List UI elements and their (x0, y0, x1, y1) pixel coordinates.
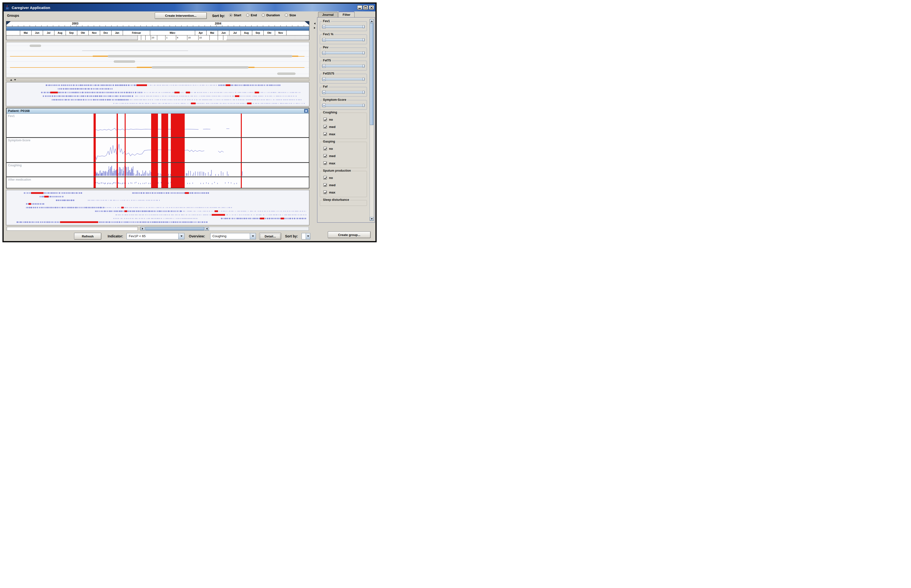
range-slider[interactable] (322, 39, 365, 41)
side-panel: JournalFilter Fev1Fev1 %PevFef75Fef2575F… (317, 11, 375, 241)
checkbox-med[interactable] (323, 154, 327, 158)
scroll-left-button[interactable] (204, 227, 209, 230)
collapse-left-icon[interactable] (314, 23, 315, 24)
checkbox-row[interactable]: med (323, 123, 365, 130)
horizontal-scrollbar[interactable] (6, 226, 310, 231)
splitter-handle[interactable] (314, 21, 317, 30)
timeline-right-handle[interactable] (305, 21, 309, 25)
indicator-combobox[interactable]: Fev1P < 65 (126, 233, 185, 239)
slider-thumb[interactable] (323, 25, 326, 28)
checkbox-row[interactable]: med (323, 181, 365, 189)
checkbox-no[interactable] (323, 147, 327, 150)
checkbox-row[interactable]: max (323, 130, 365, 138)
slider-end-thumb[interactable] (363, 52, 365, 54)
range-slider[interactable] (322, 52, 365, 54)
slider-end-thumb[interactable] (363, 91, 365, 94)
checkbox-med[interactable] (323, 125, 327, 128)
data-mark (244, 214, 244, 215)
slider-thumb[interactable] (323, 51, 326, 55)
range-slider[interactable] (322, 104, 365, 107)
data-mark (98, 84, 100, 86)
slider-end-thumb[interactable] (363, 38, 365, 41)
slider-thumb[interactable] (323, 64, 326, 68)
combo-arrow-button[interactable] (250, 233, 256, 239)
checkbox-max[interactable] (323, 191, 327, 194)
checkbox-no[interactable] (323, 176, 327, 179)
timeline-range-bar[interactable] (6, 27, 309, 31)
radio-duration[interactable] (262, 14, 265, 17)
data-mark (169, 214, 170, 215)
sort-option-size[interactable]: Size (285, 13, 296, 17)
checkbox-row[interactable]: max (323, 160, 365, 167)
slider-thumb[interactable] (323, 78, 326, 81)
data-mark (103, 95, 104, 97)
scroll-thumb[interactable] (370, 23, 373, 125)
range-slider[interactable] (322, 26, 365, 28)
checkbox-no[interactable] (323, 118, 327, 121)
data-mark (86, 99, 87, 100)
vertical-scrollbar[interactable] (370, 19, 374, 221)
close-button[interactable] (369, 5, 374, 10)
maximize-button[interactable] (363, 5, 368, 10)
slider-end-thumb[interactable] (363, 104, 365, 107)
checkbox-row[interactable]: no (323, 145, 365, 152)
coughing-bar (109, 166, 109, 176)
checkbox-row[interactable]: no (323, 116, 365, 123)
scroll-up-button[interactable] (370, 19, 373, 23)
data-mark (103, 92, 104, 93)
radio-start[interactable] (229, 14, 232, 17)
checkbox-max[interactable] (323, 132, 327, 136)
slider-thumb[interactable] (323, 104, 326, 107)
tab-filter[interactable]: Filter (339, 11, 355, 17)
checkbox-row[interactable]: no (323, 174, 365, 181)
collapse-up-icon[interactable] (10, 79, 12, 81)
slider-end-thumb[interactable] (363, 25, 365, 28)
scroll-track-empty[interactable] (6, 227, 138, 231)
checkbox-med[interactable] (323, 183, 327, 187)
refresh-button[interactable]: Refresh (74, 233, 101, 240)
data-mark (251, 214, 252, 215)
checkbox-max[interactable] (323, 162, 327, 165)
patient-close-button[interactable] (304, 109, 308, 113)
slider-end-thumb[interactable] (363, 65, 365, 68)
combo-arrow-button[interactable] (306, 233, 310, 239)
scroll-track[interactable] (140, 227, 309, 231)
sort-by-combobox[interactable] (302, 233, 310, 239)
data-mark (159, 192, 160, 194)
timeline-ruler[interactable]: 20032004 MaiJunJulAugSepOktNovDezJanFebr… (6, 21, 310, 40)
vertical-splitter[interactable] (314, 11, 317, 241)
tab-journal[interactable]: Journal (318, 12, 338, 17)
slider-end-thumb[interactable] (363, 78, 365, 81)
data-mark (180, 221, 181, 223)
create-intervention-button[interactable]: Create Intervention... (155, 12, 207, 19)
slider-thumb[interactable] (323, 90, 326, 94)
collapse-down-icon[interactable] (14, 79, 16, 81)
radio-end[interactable] (246, 14, 249, 17)
detail-button[interactable]: Detail... (259, 233, 281, 240)
scroll-down-button[interactable] (370, 217, 373, 221)
range-slider[interactable] (322, 65, 365, 67)
panel-splitter-horizontal[interactable] (6, 78, 310, 81)
radio-size[interactable] (285, 14, 288, 17)
range-slider[interactable] (322, 78, 365, 80)
slider-thumb[interactable] (323, 38, 326, 42)
sort-option-duration[interactable]: Duration (262, 13, 280, 17)
data-mark (165, 214, 165, 215)
create-group-button[interactable]: Create group... (328, 231, 371, 238)
data-mark (202, 214, 202, 215)
sort-option-end[interactable]: End (246, 13, 257, 17)
scroll-right-button[interactable] (141, 227, 145, 230)
combo-arrow-button[interactable] (178, 233, 184, 239)
checkbox-row[interactable]: med (323, 152, 365, 160)
overview-combobox[interactable]: Coughing (210, 233, 256, 239)
collapse-right-icon[interactable] (314, 27, 315, 29)
patient-panel-header[interactable]: Patient: P0168 (6, 108, 309, 114)
sort-option-start[interactable]: Start (229, 13, 241, 17)
data-mark (77, 207, 78, 208)
timeline-left-handle[interactable] (6, 21, 11, 25)
checkbox-row[interactable]: max (323, 189, 365, 196)
range-slider[interactable] (322, 91, 365, 94)
scroll-thumb[interactable] (145, 227, 204, 230)
data-mark (302, 211, 303, 212)
minimize-button[interactable] (357, 5, 362, 10)
